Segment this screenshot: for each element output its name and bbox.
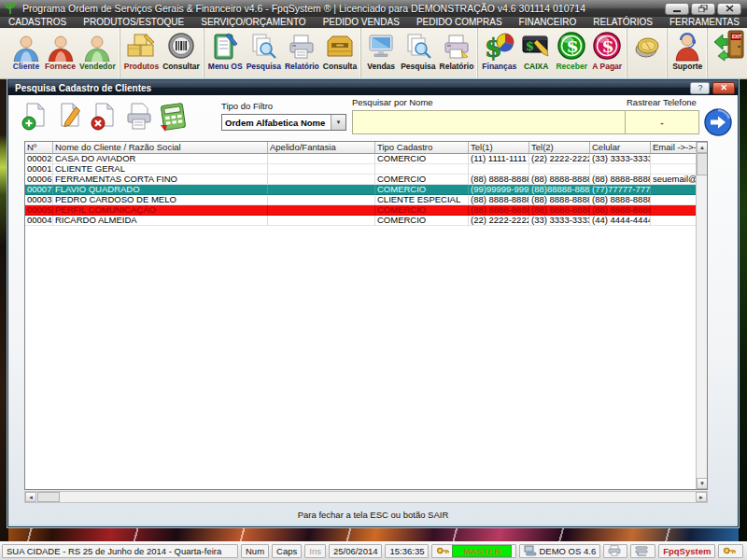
menu-item-financeiro[interactable]: FINANCEIRO <box>511 17 585 28</box>
toolbar-cliente-button[interactable]: Cliente <box>9 28 43 71</box>
menu-item-produtos-estoque[interactable]: PRODUTOS/ESTOQUE <box>75 17 192 28</box>
report-record-button[interactable] <box>158 99 188 136</box>
status-caps-lock: Caps <box>272 544 302 558</box>
toolbar-label: Finanças <box>482 62 516 71</box>
toolbar-pesquisa-button[interactable]: Pesquisa <box>245 28 283 71</box>
dollar-red-icon: $ <box>591 30 623 62</box>
vertical-scrollbar[interactable]: ▲ ▼ <box>696 142 707 489</box>
filter-type-select[interactable]: Ordem Alfabetica Nome ▼ <box>221 114 346 131</box>
dialog-close-button[interactable]: ✕ <box>712 82 735 94</box>
table-cell <box>651 216 698 226</box>
toolbar-coin-icon-button[interactable] <box>629 28 665 62</box>
status-version-panel: DEMO OS 4.6 <box>519 544 600 558</box>
menu-item-pedido-vendas[interactable]: PEDIDO VENDAS <box>315 17 408 28</box>
toolbar-relatorio-button[interactable]: Relatório <box>283 28 321 71</box>
table-cell: (22) 2222-2222 <box>469 216 529 226</box>
toolbar-caixa-button[interactable]: $CAIXA <box>518 28 554 71</box>
dialog-help-button[interactable]: ? <box>690 82 710 94</box>
table-cell <box>375 164 469 175</box>
chevron-down-icon[interactable]: ▼ <box>331 115 345 130</box>
status-version: DEMO OS 4.6 <box>539 546 596 556</box>
menu-item-servico-orcamento[interactable]: SERVIÇO/ORÇAMENTO <box>192 17 314 28</box>
clipboard-icon <box>209 30 241 62</box>
toolbar-label: Relatório <box>285 62 319 71</box>
toolbar-label: CAIXA <box>524 62 548 71</box>
calc-icon <box>158 121 190 135</box>
horizontal-scrollbar[interactable]: ◄ ► <box>24 491 708 503</box>
menu-item-pedido-compras[interactable]: PEDIDO COMPRAS <box>408 17 511 28</box>
table-row[interactable]: 00005PERFIL COMUNICAÇÃOCOMERCIO(88) 8888… <box>25 205 707 216</box>
toolbar-group: Menu OSPesquisaRelatórioConsulta <box>204 28 359 78</box>
print-record-button[interactable] <box>123 99 153 136</box>
toolbar-suporte-button[interactable]: Suporte <box>669 28 705 71</box>
application-window: Programa Ordem de Serviços Gerais & Fina… <box>0 0 747 560</box>
minimize-button[interactable] <box>665 3 689 15</box>
toolbar-label: Menu OS <box>208 62 243 71</box>
toolbar-label: Consultar <box>162 62 200 71</box>
horizontal-scroll-thumb[interactable] <box>37 492 60 502</box>
table-row[interactable]: 00004RICARDO ALMEIDACOMERCIO(22) 2222-22… <box>25 216 707 226</box>
table-cell: (11) 1111-1111 <box>469 154 529 164</box>
search-name-input[interactable] <box>352 110 643 134</box>
scroll-down-icon[interactable]: ▼ <box>697 478 708 489</box>
person-green-icon <box>82 30 112 62</box>
toolbar-financas-button[interactable]: $Finanças <box>480 28 518 71</box>
restore-button[interactable] <box>691 3 715 15</box>
table-row[interactable]: 00006FERRAMENTAS CORTA FINOCOMERCIO(88) … <box>25 175 707 185</box>
scroll-up-icon[interactable]: ▲ <box>697 142 708 153</box>
toolbar-consulta-button[interactable]: Consulta <box>321 28 359 71</box>
column-header: Apelido/Fantasia <box>268 142 375 154</box>
vertical-scroll-thumb[interactable] <box>697 153 708 175</box>
statusbar: SUA CIDADE - RS 25 de Junho de 2014 - Qu… <box>0 541 747 560</box>
finance-icon: $ <box>484 30 515 62</box>
table-cell: COMERCIO <box>375 216 469 226</box>
toolbar-relatorio-button[interactable]: Relatório <box>438 28 476 71</box>
printer-icon <box>608 545 621 556</box>
table-cell <box>651 205 698 216</box>
table-row[interactable]: 00001CLIENTE GERAL <box>25 164 707 175</box>
search-go-button[interactable] <box>703 107 733 137</box>
coin-icon <box>631 30 663 62</box>
toolbar-consultar-button[interactable]: Consultar <box>161 28 202 71</box>
support-icon <box>671 30 703 62</box>
menu-item-ferramentas[interactable]: FERRAMENTAS <box>661 17 747 28</box>
toolbar-fornece-button[interactable]: Fornece <box>43 28 78 71</box>
toolbar-vendedor-button[interactable]: Vendedor <box>78 28 118 71</box>
menu-item-relatorios[interactable]: RELATÓRIOS <box>585 17 661 28</box>
boxes-icon <box>125 30 157 62</box>
close-button[interactable] <box>717 3 741 15</box>
window-titlebar: Programa Ordem de Serviços Gerais & Fina… <box>0 0 747 17</box>
toolbar-label: Vendedor <box>79 62 116 71</box>
scroll-right-icon[interactable]: ► <box>696 492 707 502</box>
table-row[interactable]: 00007FLAVIO QUADRADOCOMERCIO(99)99999-99… <box>25 185 707 195</box>
toolbar-label: Receber <box>556 62 587 71</box>
table-cell <box>651 154 698 164</box>
toolbar-menu-os-button[interactable]: Menu OS <box>206 28 245 71</box>
scroll-left-icon[interactable]: ◄ <box>25 492 36 502</box>
menubar: CADASTROSPRODUTOS/ESTOQUESERVIÇO/ORÇAMEN… <box>0 17 747 28</box>
menu-item-cadastros[interactable]: CADASTROS <box>0 17 75 28</box>
toolbar-produtos-button[interactable]: Produtos <box>122 28 161 71</box>
column-header: Nome do Cliente / Razão Social <box>53 142 268 154</box>
toolbar-vendas-button[interactable]: Vendas <box>363 28 399 71</box>
table-row[interactable]: 00003PEDRO CARDOSO DE MELOCLIENTE ESPECI… <box>25 195 707 205</box>
status-network-panel[interactable] <box>630 544 655 558</box>
toolbar-exit-door-icon-button[interactable]: EXIT <box>710 28 747 62</box>
table-row[interactable]: 00002CASA DO AVIADORCOMERCIO(11) 1111-11… <box>25 154 707 164</box>
svg-text:EXIT: EXIT <box>732 35 741 39</box>
phone-trace-input[interactable] <box>625 110 699 134</box>
toolbar-group <box>627 28 665 78</box>
toolbar-a-pagar-button[interactable]: $A Pagar <box>589 28 625 71</box>
main-toolbar: ClienteForneceVendedorProdutosConsultarM… <box>0 28 747 79</box>
add-record-button[interactable] <box>20 99 49 136</box>
delete-record-button[interactable] <box>89 99 119 136</box>
table-cell: 00003 <box>25 195 53 205</box>
status-brand: FpqSystem <box>658 544 715 558</box>
status-printer-panel[interactable] <box>603 544 627 558</box>
toolbar-pesquisa-button[interactable]: Pesquisa <box>399 28 437 71</box>
clients-table: NºNome do Cliente / Razão SocialApelido/… <box>24 141 708 490</box>
table-cell: (33) 3333-3333 <box>590 154 651 164</box>
edit-record-button[interactable] <box>54 99 84 136</box>
toolbar-receber-button[interactable]: $Receber <box>554 28 589 71</box>
client-search-dialog: Pesquisa Cadastro de Clientes ? ✕ Tipo d… <box>7 79 739 527</box>
